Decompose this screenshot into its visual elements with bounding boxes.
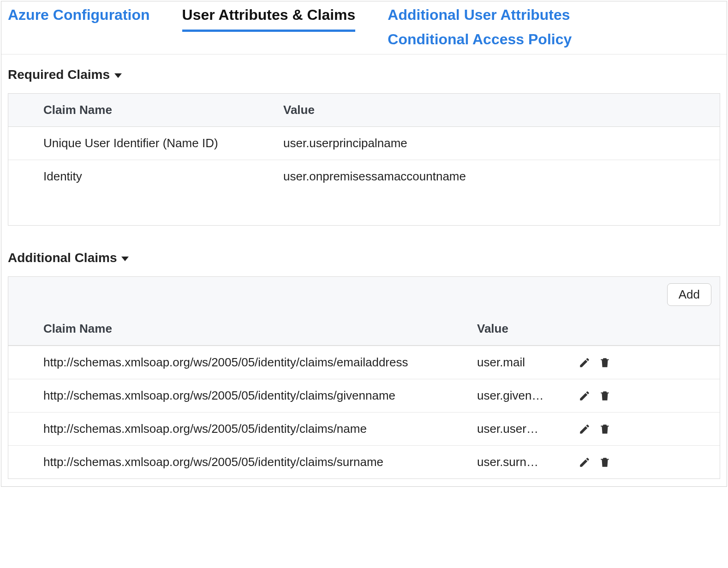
additional-claim-name: http://schemas.xmlsoap.org/ws/2005/05/id… — [16, 355, 477, 370]
additional-claims-panel: Add Claim Name Value http://schemas.xmls… — [8, 276, 720, 479]
additional-claims-toggle[interactable]: Additional Claims — [8, 251, 720, 265]
delete-icon[interactable] — [599, 423, 611, 435]
edit-icon[interactable] — [579, 357, 591, 369]
required-claim-value: user.onpremisessamaccountname — [283, 169, 712, 184]
required-claims-title: Required Claims — [8, 67, 110, 82]
additional-header-name: Claim Name — [16, 322, 477, 336]
tab-azure-configuration[interactable]: Azure Configuration — [8, 5, 150, 30]
delete-icon[interactable] — [599, 357, 611, 369]
tab-bar: Azure Configuration User Attributes & Cl… — [1, 1, 727, 54]
required-header-name: Claim Name — [16, 103, 283, 117]
required-claims-toggle[interactable]: Required Claims — [8, 67, 720, 82]
required-claims-header-row: Claim Name Value — [8, 94, 720, 127]
additional-claim-value: user.surn… — [477, 455, 569, 469]
additional-claim-row: http://schemas.xmlsoap.org/ws/2005/05/id… — [8, 445, 720, 478]
additional-claims-header-row: Claim Name Value — [8, 312, 720, 346]
edit-icon[interactable] — [579, 390, 591, 402]
additional-claims-toolbar: Add — [8, 277, 720, 312]
edit-icon[interactable] — [579, 423, 591, 435]
tab-user-attributes-claims[interactable]: User Attributes & Claims — [182, 5, 356, 32]
edit-icon[interactable] — [579, 456, 591, 468]
delete-icon[interactable] — [599, 390, 611, 402]
additional-claim-row: http://schemas.xmlsoap.org/ws/2005/05/id… — [8, 379, 720, 412]
caret-down-icon — [121, 257, 129, 261]
required-claim-name: Identity — [16, 169, 283, 184]
required-claim-value: user.userprincipalname — [283, 136, 712, 150]
caret-down-icon — [114, 73, 122, 78]
additional-claim-name: http://schemas.xmlsoap.org/ws/2005/05/id… — [16, 389, 477, 403]
additional-claims-title: Additional Claims — [8, 251, 117, 265]
required-header-value: Value — [283, 103, 712, 117]
additional-claim-name: http://schemas.xmlsoap.org/ws/2005/05/id… — [16, 455, 477, 469]
additional-claim-row: http://schemas.xmlsoap.org/ws/2005/05/id… — [8, 346, 720, 379]
additional-header-value: Value — [477, 322, 712, 336]
required-claim-row: Identity user.onpremisessamaccountname — [8, 160, 720, 193]
additional-claim-name: http://schemas.xmlsoap.org/ws/2005/05/id… — [16, 422, 477, 436]
additional-claim-value: user.user… — [477, 422, 569, 436]
delete-icon[interactable] — [599, 456, 611, 468]
required-claims-panel: Claim Name Value Unique User Identifier … — [8, 93, 720, 226]
additional-claim-value: user.given… — [477, 389, 569, 403]
tab-conditional-access-policy[interactable]: Conditional Access Policy — [388, 30, 572, 54]
required-claim-name: Unique User Identifier (Name ID) — [16, 136, 283, 150]
additional-claim-row: http://schemas.xmlsoap.org/ws/2005/05/id… — [8, 412, 720, 445]
tab-additional-user-attributes[interactable]: Additional User Attributes — [388, 5, 572, 30]
add-claim-button[interactable]: Add — [667, 283, 711, 306]
additional-claim-value: user.mail — [477, 355, 569, 370]
required-claim-row: Unique User Identifier (Name ID) user.us… — [8, 127, 720, 160]
